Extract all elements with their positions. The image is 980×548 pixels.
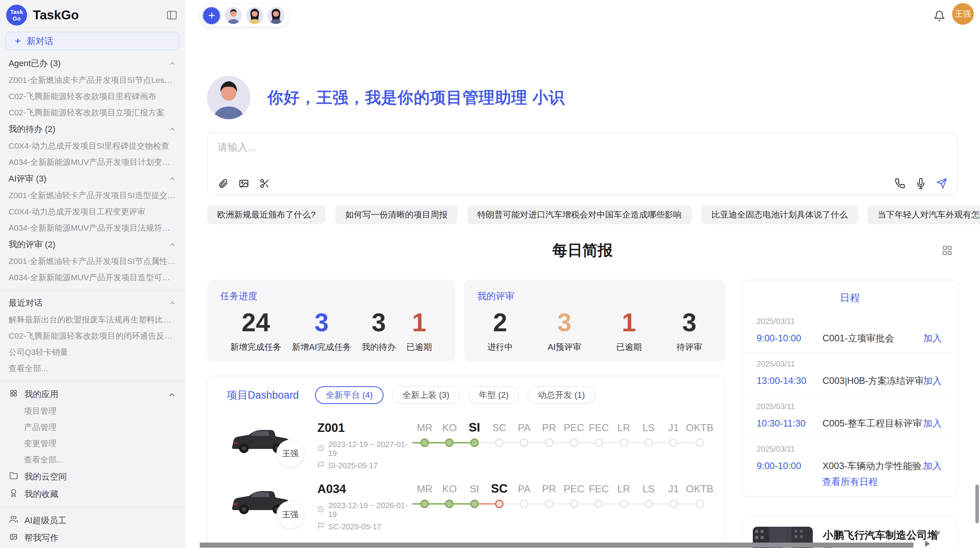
sidebar-task-item[interactable]: C02-飞腾新能源轻客改款项目里程碑画布 — [0, 88, 185, 104]
sidebar-task-item[interactable]: Z001-全新燃油轻卡产品开发项目SI造型提交物评审 — [0, 187, 185, 204]
milestone-dot[interactable] — [595, 438, 603, 447]
new-chat-button[interactable]: 新对话 — [5, 32, 179, 50]
scroll-right-arrow[interactable] — [925, 541, 930, 547]
avatar[interactable] — [246, 7, 263, 24]
sidebar-my-apps-label: 我的应用 — [24, 389, 58, 400]
milestone-dot[interactable] — [445, 500, 454, 508]
sidebar-task-item[interactable]: A034-全新新能源MUV产品开发项目法规符合性评审 — [0, 220, 185, 236]
stat-item: 3AI预评审 — [548, 309, 581, 353]
send-icon[interactable] — [936, 178, 947, 189]
add-contact-button[interactable] — [202, 7, 221, 25]
sidebar-section-header[interactable]: Agent已办 (3) — [0, 55, 185, 72]
sidebar-section-title: AI评审 (3) — [9, 173, 46, 185]
notifications-bell-icon[interactable] — [934, 10, 945, 22]
milestone-dot[interactable] — [420, 500, 429, 508]
dashboard-filter-chip[interactable]: 全新平台 (4) — [315, 386, 384, 404]
sidebar-app-item[interactable]: 产品管理 — [0, 419, 185, 435]
dashboard-filter-chip[interactable]: 年型 (2) — [468, 386, 519, 404]
sidebar-task-item[interactable]: C0X4-动力总成开发项目工程变更评审 — [0, 204, 185, 220]
milestone-dot[interactable] — [696, 500, 704, 508]
suggestion-chip[interactable]: 比亚迪全固态电池计划具体说了什么 — [701, 205, 858, 224]
project-owner-badge[interactable]: 王强 — [276, 440, 304, 468]
sidebar-collapse-icon[interactable] — [166, 9, 178, 21]
sidebar-task-item[interactable]: A034-全新新能源MUV产品开发项目造型可行性评审 — [0, 269, 185, 286]
milestone-dot[interactable] — [420, 438, 429, 447]
milestone-dot[interactable] — [570, 500, 578, 508]
milestone-dot[interactable] — [495, 438, 504, 447]
project-owner-badge[interactable]: 王强 — [276, 501, 304, 529]
user-avatar[interactable]: 王强 — [952, 3, 974, 25]
sidebar-item-badge[interactable]: 我的收藏 — [0, 485, 185, 503]
avatar[interactable] — [267, 7, 284, 24]
sidebar-tool-image[interactable]: 帮我写作 — [0, 529, 185, 546]
sidebar-app-item[interactable]: 查看全部... — [0, 452, 185, 468]
suggestion-chip[interactable]: 特朗普可能对进口汽车增税会对中国车企造成哪些影响 — [467, 205, 692, 224]
milestone-dot[interactable] — [620, 500, 628, 508]
milestone-dot[interactable] — [620, 438, 628, 447]
suggestion-chip[interactable]: 欧洲新规最近颁布了什么? — [207, 205, 326, 224]
event-time: 13:00-14:30 — [757, 375, 822, 386]
event-join-link[interactable]: 加入 — [923, 375, 942, 387]
milestone-dot[interactable] — [495, 500, 504, 508]
sidebar-recent-item[interactable]: C02-飞腾新能源轻客改款项目的闭环通告反馈情况 — [0, 328, 185, 344]
event-join-link[interactable]: 加入 — [923, 417, 942, 430]
milestone-dot[interactable] — [644, 438, 653, 447]
milestone-dot[interactable] — [445, 438, 454, 447]
milestone-dot[interactable] — [520, 438, 528, 447]
vertical-scrollbar[interactable] — [975, 485, 979, 523]
sidebar-item-my-apps[interactable]: 我的应用 — [0, 385, 185, 403]
milestone-dot[interactable] — [669, 438, 678, 447]
image-icon[interactable] — [238, 178, 249, 189]
sidebar-recent-item[interactable]: 公司Q3轻卡销量 — [0, 344, 185, 360]
milestone-dot[interactable] — [520, 500, 528, 508]
sidebar-task-item[interactable]: C02-飞腾新能源轻客改款项目立项汇报方案 — [0, 104, 185, 121]
suggestion-chip[interactable]: 当下年轻人对汽车外观有怎样的喜好趋势 — [867, 205, 980, 224]
milestone-node — [586, 498, 611, 510]
dashboard-filter-chip[interactable]: 全新上装 (3) — [392, 386, 460, 404]
milestone-label: MR — [412, 419, 437, 437]
sidebar-recent-view-all[interactable]: 查看全部... — [0, 360, 185, 377]
sidebar-recent-header[interactable]: 最近对话 — [0, 295, 185, 312]
microphone-icon[interactable] — [915, 178, 926, 189]
suggestion-chip[interactable]: 如何写一份清晰的项目周报 — [335, 205, 457, 224]
attachment-icon[interactable] — [218, 178, 228, 189]
sidebar-section-header[interactable]: 我的待办 (2) — [0, 121, 185, 138]
scroll-down-arrow[interactable] — [934, 531, 941, 536]
sidebar-task-item[interactable]: C0X4-动力总成开发项目SI里程碑提交物检查 — [0, 138, 185, 154]
milestone-dot[interactable] — [470, 438, 479, 447]
avatar[interactable] — [225, 7, 242, 24]
sidebar-item-folder[interactable]: 我的云空间 — [0, 468, 185, 485]
sidebar-task-item[interactable]: Z001-全新燃油皮卡产品开发项目SI节点Lesson Learn报告 — [0, 72, 185, 88]
project-code[interactable]: Z001 — [317, 421, 412, 435]
event-join-link[interactable]: 加入 — [923, 332, 942, 344]
sidebar-section-header[interactable]: AI评审 (3) — [0, 170, 185, 187]
sidebar-task-item[interactable]: Z001-全新燃油轻卡产品开发项目SI节点属性5D文件评审 — [0, 253, 185, 269]
stats-card-title: 任务进度 — [220, 290, 442, 302]
sidebar-tool-pen[interactable]: 创意制图 — [0, 546, 185, 548]
milestone-dot[interactable] — [595, 500, 603, 508]
scissors-icon[interactable] — [259, 178, 270, 189]
milestone-dot[interactable] — [545, 500, 553, 508]
milestone-dot[interactable] — [570, 438, 578, 447]
milestone-dot[interactable] — [470, 500, 479, 508]
sidebar-task-item[interactable]: A034-全新新能源MUV产品开发项目计划变更表编写 — [0, 154, 185, 170]
project-row: 王强A0342023-12-19 ~ 2026-01-19SC-2025-05-… — [227, 478, 713, 526]
event-join-link[interactable]: 加入 — [923, 460, 942, 472]
milestone: MR — [412, 480, 437, 526]
milestone-dot[interactable] — [644, 500, 653, 508]
milestone-dot[interactable] — [545, 438, 553, 447]
dashboard-filter-chip[interactable]: 动总开发 (1) — [528, 386, 595, 404]
phone-icon[interactable] — [894, 178, 905, 189]
briefing-layout-icon[interactable] — [941, 245, 953, 256]
chat-input[interactable] — [218, 140, 947, 166]
sidebar-tool-users[interactable]: AI超级员工 — [0, 512, 185, 529]
sidebar-app-item[interactable]: 项目管理 — [0, 403, 185, 419]
view-all-schedule-link[interactable]: 查看所有日程 — [743, 476, 957, 488]
horizontal-scrollbar[interactable] — [200, 543, 913, 548]
sidebar-section-header[interactable]: 我的评审 (2) — [0, 236, 185, 253]
project-code[interactable]: A034 — [317, 482, 412, 496]
milestone-dot[interactable] — [696, 438, 704, 447]
sidebar-app-item[interactable]: 变更管理 — [0, 435, 185, 452]
sidebar-recent-item[interactable]: 解释最新出台的欧盟报废车法规再生塑料比例被调至15%... — [0, 312, 185, 328]
milestone-dot[interactable] — [669, 500, 678, 508]
